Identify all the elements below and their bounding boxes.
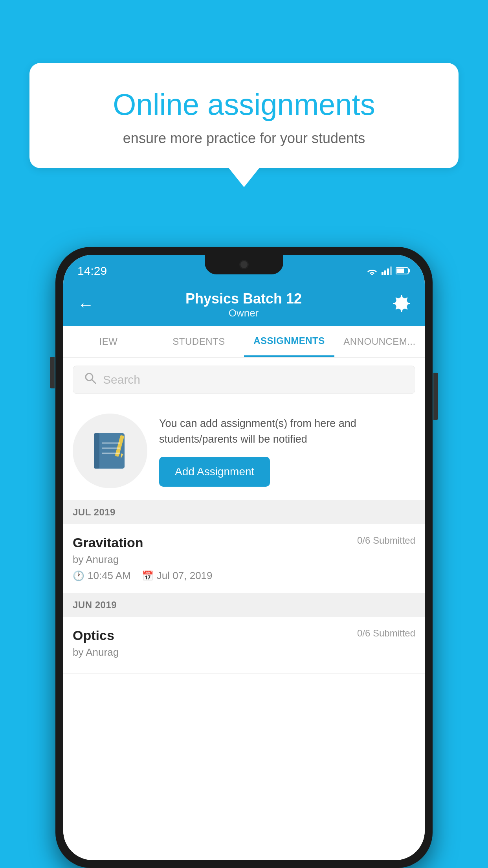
speech-bubble-subtitle: ensure more practice for your students xyxy=(57,130,431,147)
tab-assignments[interactable]: ASSIGNMENTS xyxy=(244,326,334,357)
assignment-submitted-optics: 0/6 Submitted xyxy=(357,628,415,639)
header-subtitle: Owner xyxy=(185,307,302,319)
promo-content: You can add assignment(s) from here and … xyxy=(159,416,415,487)
tab-announcements[interactable]: ANNOUNCEM... xyxy=(334,326,425,357)
promo-icon-circle xyxy=(73,414,147,488)
back-button[interactable]: ← xyxy=(77,295,94,314)
phone-wrapper: 14:29 xyxy=(55,247,433,868)
screen-content: IEW STUDENTS ASSIGNMENTS ANNOUNCEM... xyxy=(63,326,425,860)
app-header: ← Physics Batch 12 Owner xyxy=(63,283,425,326)
assignment-time-gravitation: 🕐 10:45 AM xyxy=(73,570,131,582)
clock-icon: 🕐 xyxy=(73,570,84,581)
phone-notch xyxy=(205,255,283,274)
assignment-author-optics: by Anurag xyxy=(73,646,415,658)
gear-icon xyxy=(393,294,411,312)
svg-rect-3 xyxy=(387,268,389,275)
search-placeholder: Search xyxy=(103,373,140,386)
add-assignment-button[interactable]: Add Assignment xyxy=(159,457,270,487)
assignment-author-gravitation: by Anurag xyxy=(73,554,415,566)
promo-text: You can add assignment(s) from here and … xyxy=(159,416,415,447)
section-header-jun: JUN 2019 xyxy=(63,593,425,617)
assignment-submitted-gravitation: 0/6 Submitted xyxy=(357,535,415,546)
settings-button[interactable] xyxy=(393,294,411,315)
assignment-header: Gravitation 0/6 Submitted xyxy=(73,535,415,550)
promo-section: You can add assignment(s) from here and … xyxy=(63,402,425,500)
status-time: 14:29 xyxy=(77,264,107,278)
status-icons xyxy=(366,267,411,275)
svg-rect-4 xyxy=(390,267,392,275)
search-container: Search xyxy=(63,358,425,402)
assignment-item-gravitation[interactable]: Gravitation 0/6 Submitted by Anurag 🕐 10… xyxy=(63,524,425,593)
speech-bubble-title: Online assignments xyxy=(57,86,431,122)
section-header-jul: JUL 2019 xyxy=(63,500,425,524)
svg-rect-7 xyxy=(396,268,404,273)
assignment-details-gravitation: 🕐 10:45 AM 📅 Jul 07, 2019 xyxy=(73,570,415,582)
wifi-icon xyxy=(366,267,378,275)
svg-line-10 xyxy=(92,380,95,383)
notebook-icon xyxy=(88,429,132,473)
assignment-date-gravitation: 📅 Jul 07, 2019 xyxy=(142,570,213,582)
svg-rect-1 xyxy=(382,272,383,275)
search-icon xyxy=(84,371,97,388)
battery-icon xyxy=(396,267,411,275)
svg-rect-12 xyxy=(94,433,99,469)
assignment-title-optics: Optics xyxy=(73,628,114,643)
assignment-header-optics: Optics 0/6 Submitted xyxy=(73,628,415,643)
tabs: IEW STUDENTS ASSIGNMENTS ANNOUNCEM... xyxy=(63,326,425,358)
assignment-item-optics[interactable]: Optics 0/6 Submitted by Anurag xyxy=(63,617,425,674)
tab-iew[interactable]: IEW xyxy=(63,326,154,357)
signal-icon xyxy=(382,267,393,275)
speech-bubble: Online assignments ensure more practice … xyxy=(29,63,459,168)
header-title: Physics Batch 12 xyxy=(185,291,302,307)
tab-students[interactable]: STUDENTS xyxy=(154,326,244,357)
speech-bubble-container: Online assignments ensure more practice … xyxy=(29,63,459,168)
header-title-group: Physics Batch 12 Owner xyxy=(185,291,302,319)
svg-rect-2 xyxy=(384,270,386,275)
svg-rect-6 xyxy=(408,269,410,272)
phone-outer: 14:29 xyxy=(55,247,433,868)
svg-point-0 xyxy=(371,274,373,276)
search-bar[interactable]: Search xyxy=(73,366,415,394)
phone-inner: 14:29 xyxy=(63,255,425,860)
assignment-title-gravitation: Gravitation xyxy=(73,535,143,550)
notch-camera xyxy=(239,260,249,269)
calendar-icon: 📅 xyxy=(142,570,154,581)
